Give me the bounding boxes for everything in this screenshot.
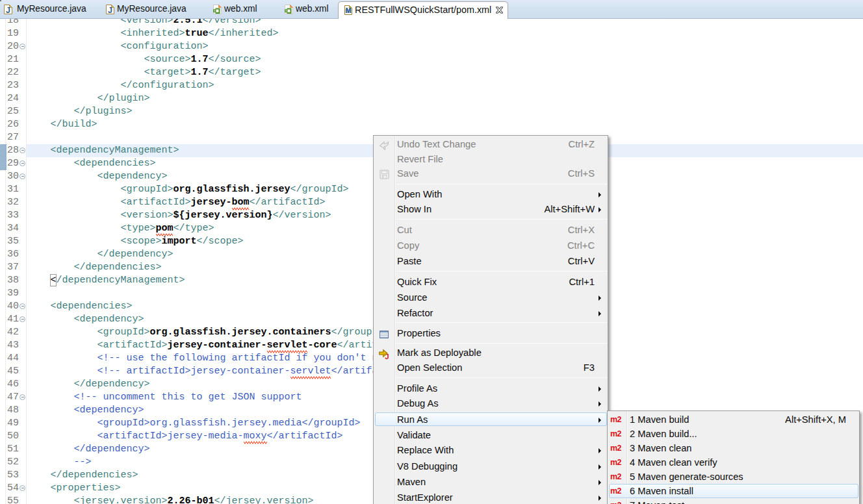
svg-text:J: J [385, 353, 389, 360]
svg-text:M: M [346, 6, 352, 14]
svg-text:J: J [6, 6, 10, 15]
svg-text:J: J [108, 6, 112, 15]
